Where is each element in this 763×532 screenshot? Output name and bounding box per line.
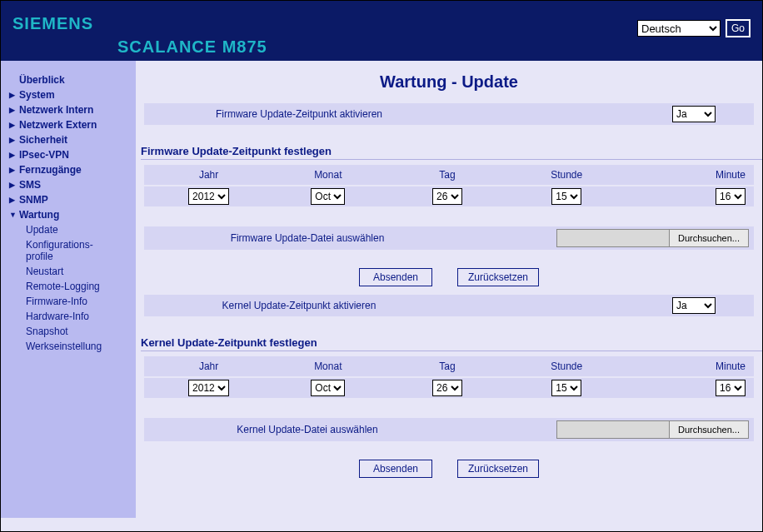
kernel-file-label: Kernel Update-Datei auswählen xyxy=(149,424,466,435)
sidebar-sub-update[interactable]: Update xyxy=(9,222,135,237)
firmware-activate-row: Firmware Update-Zeitpunkt aktivieren Ja xyxy=(144,103,754,125)
sidebar-item-security[interactable]: ▶Sicherheit xyxy=(9,132,135,147)
firmware-month-select[interactable]: Oct xyxy=(311,188,345,205)
chevron-right-icon: ▶ xyxy=(9,106,16,114)
firmware-activate-label: Firmware Update-Zeitpunkt aktivieren xyxy=(149,108,449,120)
col-year: Jahr xyxy=(149,360,268,372)
chevron-down-icon: ▼ xyxy=(9,211,16,219)
col-hour: Stunde xyxy=(507,169,626,181)
kernel-submit-button[interactable]: Absenden xyxy=(359,460,432,478)
content: Wartung - Update Firmware Update-Zeitpun… xyxy=(136,61,762,503)
content-scroll[interactable]: Wartung - Update Firmware Update-Zeitpun… xyxy=(136,61,762,518)
kernel-datetime-table: Jahr Monat Tag Stunde Minute 2012 Oct 26… xyxy=(144,356,754,398)
firmware-hour-select[interactable]: 15 xyxy=(551,188,581,205)
col-day: Tag xyxy=(387,360,506,372)
chevron-right-icon: ▶ xyxy=(9,121,16,129)
firmware-browse-button[interactable]: Durchsuchen... xyxy=(669,229,749,247)
kernel-hour-select[interactable]: 15 xyxy=(551,380,581,396)
firmware-button-row: Absenden Zurücksetzen xyxy=(136,268,762,286)
sidebar-item-label: Netzwerk Extern xyxy=(19,119,97,131)
horizontal-scrollbar[interactable] xyxy=(1,518,762,531)
sidebar-item-label: SMS xyxy=(19,179,41,191)
sidebar-item-label: SNMP xyxy=(19,194,48,206)
product-name: SCALANCE M875 xyxy=(117,37,267,57)
sidebar-item-label: Überblick xyxy=(19,74,65,86)
sidebar-sub-remote-logging[interactable]: Remote-Logging xyxy=(9,279,135,294)
sidebar-item-network-intern[interactable]: ▶Netzwerk Intern xyxy=(9,102,135,117)
sidebar-item-label: System xyxy=(19,89,55,101)
table-row: 2012 Oct 26 15 16 xyxy=(144,378,754,398)
kernel-file-input[interactable] xyxy=(556,420,669,439)
logo: SIEMENS xyxy=(12,14,93,33)
chevron-right-icon: ▶ xyxy=(9,166,16,174)
sidebar-item-network-extern[interactable]: ▶Netzwerk Extern xyxy=(9,117,135,132)
sidebar-sub-factory-reset[interactable]: Werkseinstellung xyxy=(9,339,135,354)
kernel-activate-label: Kernel Update-Zeitpunkt aktivieren xyxy=(149,300,449,311)
firmware-activate-select[interactable]: Ja xyxy=(672,106,716,122)
kernel-year-select[interactable]: 2012 xyxy=(188,380,229,396)
firmware-day-select[interactable]: 26 xyxy=(432,188,462,205)
page-title: Wartung - Update xyxy=(136,72,762,92)
kernel-day-select[interactable]: 26 xyxy=(432,380,462,396)
chevron-right-icon: ▶ xyxy=(9,181,16,189)
sidebar-item-remote-access[interactable]: ▶Fernzugänge xyxy=(9,162,135,177)
sidebar-sub-restart[interactable]: Neustart xyxy=(9,264,135,279)
col-day: Tag xyxy=(387,169,506,181)
firmware-file-input[interactable] xyxy=(556,229,669,247)
kernel-section-title: Kernel Update-Zeitpunkt festlegen xyxy=(141,336,762,351)
firmware-file-row: Firmware Update-Datei auswählen Durchsuc… xyxy=(144,226,754,250)
firmware-section-title: Firmware Update-Zeitpunkt festlegen xyxy=(141,145,762,160)
sidebar-item-label: Netzwerk Intern xyxy=(19,104,93,116)
kernel-browse-button[interactable]: Durchsuchen... xyxy=(669,420,749,439)
sidebar-item-ipsec-vpn[interactable]: ▶IPsec-VPN xyxy=(9,147,135,162)
app-header: SIEMENS SCALANCE M875 Deutsch Go xyxy=(1,1,762,61)
col-month: Monat xyxy=(268,169,387,181)
go-button[interactable]: Go xyxy=(726,19,751,37)
main-area: ▶Überblick ▶System ▶Netzwerk Intern ▶Net… xyxy=(1,61,762,518)
chevron-right-icon: ▶ xyxy=(9,136,16,144)
sidebar-sub-hardware-info[interactable]: Hardware-Info xyxy=(9,309,135,324)
sidebar-sub-snapshot[interactable]: Snapshot xyxy=(9,324,135,339)
kernel-button-row: Absenden Zurücksetzen xyxy=(136,460,762,478)
kernel-file-row: Kernel Update-Datei auswählen Durchsuche… xyxy=(144,418,754,441)
kernel-minute-select[interactable]: 16 xyxy=(716,380,746,396)
kernel-activate-select[interactable]: Ja xyxy=(672,297,716,314)
sidebar-item-system[interactable]: ▶System xyxy=(9,87,135,102)
sidebar-item-overview[interactable]: ▶Überblick xyxy=(9,72,135,87)
sidebar-item-label: Sicherheit xyxy=(19,134,67,146)
firmware-reset-button[interactable]: Zurücksetzen xyxy=(457,268,539,286)
col-minute: Minute xyxy=(626,169,749,181)
chevron-right-icon: ▶ xyxy=(9,196,16,204)
table-header-row: Jahr Monat Tag Stunde Minute xyxy=(144,165,754,185)
firmware-file-label: Firmware Update-Datei auswählen xyxy=(149,232,466,244)
col-minute: Minute xyxy=(626,360,749,372)
sidebar-item-label: Wartung xyxy=(19,209,59,221)
sidebar-item-sms[interactable]: ▶SMS xyxy=(9,177,135,192)
sidebar-sub-config-profiles[interactable]: Konfigurations- profile xyxy=(9,237,135,264)
col-month: Monat xyxy=(268,360,387,372)
table-header-row: Jahr Monat Tag Stunde Minute xyxy=(144,356,754,376)
col-year: Jahr xyxy=(149,169,268,181)
kernel-month-select[interactable]: Oct xyxy=(311,380,345,396)
table-row: 2012 Oct 26 15 16 xyxy=(144,186,754,206)
kernel-reset-button[interactable]: Zurücksetzen xyxy=(457,460,539,478)
chevron-right-icon: ▶ xyxy=(9,91,16,99)
sidebar-item-label: IPsec-VPN xyxy=(19,149,69,161)
firmware-year-select[interactable]: 2012 xyxy=(188,188,229,205)
language-selector-box: Deutsch Go xyxy=(637,19,751,37)
sidebar-item-label: Fernzugänge xyxy=(19,164,82,176)
sidebar-item-maintenance[interactable]: ▼Wartung xyxy=(9,207,135,222)
firmware-minute-select[interactable]: 16 xyxy=(716,188,746,205)
col-hour: Stunde xyxy=(507,360,626,372)
kernel-activate-row: Kernel Update-Zeitpunkt aktivieren Ja xyxy=(144,295,754,316)
sidebar: ▶Überblick ▶System ▶Netzwerk Intern ▶Net… xyxy=(1,61,136,518)
sidebar-item-snmp[interactable]: ▶SNMP xyxy=(9,192,135,207)
sidebar-sub-firmware-info[interactable]: Firmware-Info xyxy=(9,294,135,309)
firmware-datetime-table: Jahr Monat Tag Stunde Minute 2012 Oct 26… xyxy=(144,165,754,206)
firmware-submit-button[interactable]: Absenden xyxy=(359,268,432,286)
language-select[interactable]: Deutsch xyxy=(637,20,721,37)
chevron-right-icon: ▶ xyxy=(9,151,16,159)
